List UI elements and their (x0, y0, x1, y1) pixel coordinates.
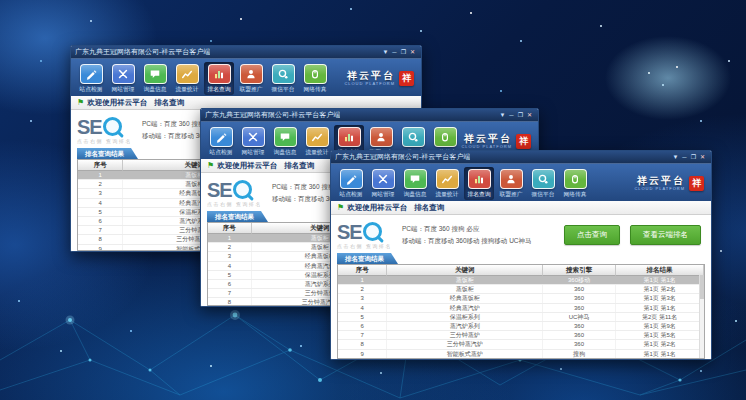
toolbar-item-inquiry[interactable]: 询盘信息 (400, 167, 430, 200)
table-cell: 3 (338, 294, 387, 302)
table-cell: 360 (543, 322, 616, 330)
toolbar-item-mouse[interactable]: 网络传真 (560, 167, 590, 200)
table-row[interactable]: 6蒸汽炉系列360第1页 第9名 (338, 322, 704, 331)
minimize-icon[interactable]: ─ (390, 47, 399, 57)
flag-icon: ⚑ (77, 99, 84, 107)
mobile-engines-line: 移动端：百度移动 360移动 搜狗移动 UC神马 (402, 235, 532, 247)
brand-seal-icon: 祥 (689, 176, 704, 191)
results-tab[interactable]: 排名查询结果 (337, 253, 398, 264)
window-controls: ▼ ─ ❐ ✕ (671, 152, 707, 162)
toolbar-item-site-manage[interactable]: 网站管理 (108, 62, 138, 95)
table-cell: 5 (78, 208, 123, 216)
minimize-icon[interactable]: ─ (680, 152, 689, 162)
toolbar-item-inquiry[interactable]: 询盘信息 (270, 125, 300, 158)
site-check-icon (340, 169, 363, 189)
column-header: 序号 (78, 160, 123, 171)
table-row[interactable]: 1蒸饭柜360移动第1页 第1名 (338, 276, 704, 285)
toolbar-item-traffic-stats[interactable]: 流量统计 (172, 62, 202, 95)
toolbar-item-ranking[interactable]: 排名查询 (204, 62, 234, 95)
table-row[interactable]: 2蒸饭柜360第1页 第2名 (338, 285, 704, 294)
inquiry-icon (404, 169, 427, 189)
table-row[interactable]: 8三分钟蒸汽炉360第1页 第2名 (338, 340, 704, 349)
seo-tagline: 点击右侧 查询排名 (337, 243, 392, 249)
toolbar-item-wechat[interactable]: 微信平台 (528, 167, 558, 200)
scrollbar-thumb[interactable] (700, 275, 704, 299)
close-icon[interactable]: ✕ (698, 152, 707, 162)
table-row[interactable]: 9智能板式蒸炉搜狗第1页 第1名 (338, 350, 704, 359)
table-cell: 360 (543, 331, 616, 339)
table-cell: 1 (78, 171, 123, 179)
table-cell: 360 (543, 304, 616, 312)
skin-icon[interactable]: ▼ (671, 152, 680, 162)
table-scrollbar[interactable] (699, 275, 704, 358)
brand-seal-icon: 祥 (399, 71, 414, 86)
table-row[interactable]: 7三分钟蒸炉360第1页 第5名 (338, 331, 704, 340)
table-cell: 第1页 第5名 (616, 331, 704, 339)
section-title: 排名查询 (284, 161, 314, 171)
seo-logo-text: SE (207, 180, 232, 200)
traffic-stats-icon (436, 169, 459, 189)
table-cell: 三分钟蒸汽炉 (387, 340, 543, 348)
app-window-front: 广东九典王冠网络有限公司-祥云平台客户端 ▼ ─ ❐ ✕ 站点检测网站管理询盘信… (330, 150, 712, 360)
toolbar-item-site-check[interactable]: 站点检测 (76, 62, 106, 95)
wechat-icon (532, 169, 555, 189)
table-cell: 2 (78, 180, 123, 188)
ranking-icon (468, 169, 491, 189)
table-cell: 8 (338, 340, 387, 348)
results-tab[interactable]: 排名查询结果 (77, 148, 138, 159)
toolbar-item-label: 询盘信息 (274, 148, 297, 157)
results-tab[interactable]: 排名查询结果 (207, 211, 268, 222)
cloud-ranking-button[interactable]: 查看云端排名 (630, 225, 701, 245)
maximize-icon[interactable]: ❐ (399, 47, 408, 57)
ranking-icon (338, 127, 361, 147)
toolbar-item-label: 站点检测 (80, 85, 103, 94)
table-cell: 1 (208, 234, 252, 242)
mouse-icon (564, 169, 587, 189)
close-icon[interactable]: ✕ (408, 47, 417, 57)
site-check-icon (210, 127, 233, 147)
toolbar-item-mouse[interactable]: 网络传真 (300, 62, 330, 95)
table-cell: 第2页 第11名 (616, 313, 704, 321)
close-icon[interactable]: ✕ (525, 110, 534, 120)
toolbar-item-site-manage[interactable]: 网站管理 (238, 125, 268, 158)
toolbar-item-site-manage[interactable]: 网站管理 (368, 167, 398, 200)
table-cell: 1 (338, 276, 387, 284)
maximize-icon[interactable]: ❐ (516, 110, 525, 120)
section-title: 排名查询 (154, 98, 184, 108)
toolbar-item-ranking[interactable]: 排名查询 (464, 167, 494, 200)
skin-icon[interactable]: ▼ (498, 110, 507, 120)
table-row[interactable]: 3经典蒸饭柜360第1页 第3名 (338, 294, 704, 303)
inquiry-icon (274, 127, 297, 147)
toolbar-item-promotion[interactable]: 联盟推广 (236, 62, 266, 95)
table-row[interactable]: 5保温柜系列UC神马第2页 第11名 (338, 313, 704, 322)
toolbar-item-traffic-stats[interactable]: 流量统计 (302, 125, 332, 158)
toolbar-item-wechat[interactable]: 微信平台 (268, 62, 298, 95)
promotion-icon (370, 127, 393, 147)
table-cell: 4 (208, 262, 252, 270)
toolbar-item-label: 联盟推广 (500, 190, 523, 199)
table-cell: 2 (208, 243, 252, 251)
toolbar-item-site-check[interactable]: 站点检测 (336, 167, 366, 200)
table-row[interactable]: 4经典蒸汽炉360第1页 第1名 (338, 304, 704, 313)
window-titlebar[interactable]: 广东九典王冠网络有限公司-祥云平台客户端 ▼ ─ ❐ ✕ (201, 109, 538, 121)
toolbar-item-traffic-stats[interactable]: 流量统计 (432, 167, 462, 200)
toolbar-item-label: 询盘信息 (144, 85, 167, 94)
maximize-icon[interactable]: ❐ (689, 152, 698, 162)
table-cell: 6 (78, 217, 123, 225)
toolbar-item-inquiry[interactable]: 询盘信息 (140, 62, 170, 95)
table-cell: 第1页 第2名 (616, 285, 704, 293)
query-button[interactable]: 点击查询 (564, 225, 620, 245)
window-titlebar[interactable]: 广东九典王冠网络有限公司-祥云平台客户端 ▼ ─ ❐ ✕ (71, 46, 421, 58)
table-cell: 360移动 (543, 276, 616, 284)
seo-tagline: 点击右侧 查询排名 (207, 201, 262, 207)
table-cell: 7 (208, 289, 252, 297)
skin-icon[interactable]: ▼ (381, 47, 390, 57)
toolbar-item-promotion[interactable]: 联盟推广 (496, 167, 526, 200)
table-cell: 蒸饭柜 (387, 285, 543, 293)
minimize-icon[interactable]: ─ (507, 110, 516, 120)
table-cell: 360 (543, 340, 616, 348)
toolbar-item-site-check[interactable]: 站点检测 (206, 125, 236, 158)
window-content: SE 点击右侧 查询排名 PC端：百度 360 搜狗 必应 移动端：百度移动 3… (331, 215, 711, 359)
welcome-text: 欢迎使用祥云平台 (347, 203, 407, 213)
window-titlebar[interactable]: 广东九典王冠网络有限公司-祥云平台客户端 ▼ ─ ❐ ✕ (331, 151, 711, 163)
